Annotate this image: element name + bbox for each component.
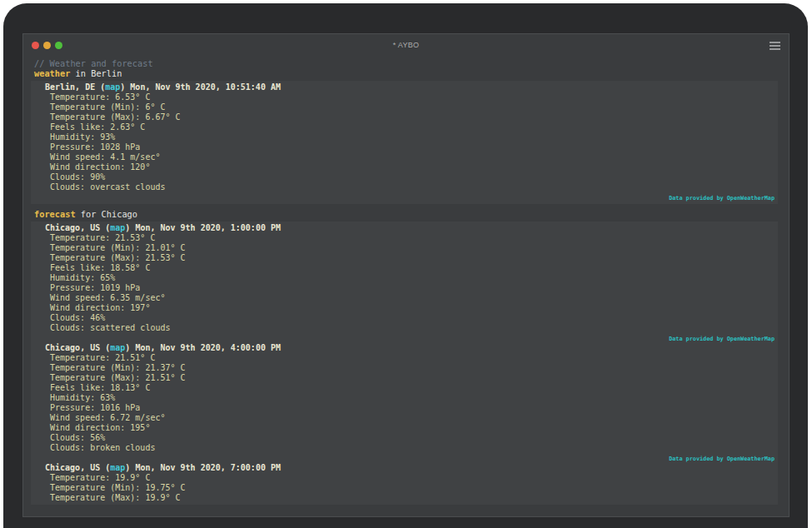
command-args: in Berlin	[70, 68, 122, 78]
weather-detail: Feels like: 18.58° C	[31, 263, 778, 273]
weather-result-card: Berlin, DE (map) Mon, Nov 9th 2020, 10:5…	[31, 81, 778, 204]
map-link[interactable]: map	[110, 463, 125, 472]
forecast-entry: Chicago, US (map) Mon, Nov 9th 2020, 4:0…	[31, 343, 778, 463]
command-line-weather: weather in Berlin	[23, 68, 789, 78]
weather-detail: Wind speed: 6.35 m/sec°	[31, 293, 778, 303]
weather-detail: Temperature (Min): 19.75° C	[31, 483, 778, 493]
weather-detail: Pressure: 1028 hPa	[31, 142, 778, 152]
app-window: * AYBO // Weather and forecast weather i…	[22, 33, 790, 517]
weather-detail: Humidity: 65%	[31, 273, 778, 283]
weather-detail: Temperature (Max): 6.67° C	[31, 112, 778, 122]
attribution-link[interactable]: Data provided by OpenWeatherMap	[669, 456, 775, 462]
forecast-result-card: Chicago, US (map) Mon, Nov 9th 2020, 1:0…	[31, 222, 778, 505]
weather-detail: Temperature (Max): 19.9° C	[31, 493, 778, 503]
result-header: Chicago, US (map) Mon, Nov 9th 2020, 7:0…	[31, 463, 778, 473]
command-line-forecast: forecast for Chicago	[23, 209, 789, 219]
command-keyword: weather	[34, 68, 70, 78]
map-link[interactable]: map	[110, 343, 125, 352]
weather-detail: Temperature (Min): 21.37° C	[31, 363, 778, 373]
forecast-entry: Chicago, US (map) Mon, Nov 9th 2020, 1:0…	[31, 223, 778, 343]
weather-detail: Clouds: 56%	[31, 433, 778, 443]
attribution-line: Data provided by OpenWeatherMap	[31, 453, 778, 463]
command-keyword: forecast	[34, 209, 76, 219]
command-args: for Chicago	[76, 209, 137, 219]
weather-detail: Wind direction: 197°	[31, 303, 778, 313]
close-button[interactable]	[32, 42, 39, 49]
result-header: Chicago, US (map) Mon, Nov 9th 2020, 4:0…	[31, 343, 778, 353]
datetime-text: ) Mon, Nov 9th 2020, 7:00:00 PM	[125, 463, 281, 472]
traffic-lights	[32, 42, 62, 49]
zoom-button[interactable]	[55, 42, 62, 49]
window-title: * AYBO	[23, 34, 789, 56]
datetime-text: ) Mon, Nov 9th 2020, 1:00:00 PM	[125, 223, 281, 232]
weather-detail: Clouds: 90%	[31, 172, 778, 182]
datetime-text: ) Mon, Nov 9th 2020, 10:51:40 AM	[120, 82, 281, 92]
weather-detail: Clouds: overcast clouds	[31, 182, 778, 192]
weather-detail: Temperature: 6.53° C	[31, 92, 778, 102]
weather-detail: Temperature (Min): 6° C	[31, 102, 778, 112]
location-text: Chicago, US (	[45, 463, 110, 472]
comment-line: // Weather and forecast	[23, 58, 789, 68]
map-link[interactable]: map	[105, 82, 120, 92]
attribution-line: Data provided by OpenWeatherMap	[31, 333, 778, 343]
weather-detail: Wind direction: 120°	[31, 162, 778, 172]
device-frame: * AYBO // Weather and forecast weather i…	[3, 3, 808, 528]
weather-detail: Feels like: 18.13° C	[31, 383, 778, 393]
weather-detail: Wind speed: 4.1 m/sec°	[31, 152, 778, 162]
location-text: Chicago, US (	[45, 223, 110, 232]
weather-detail: Clouds: 46%	[31, 313, 778, 323]
weather-detail: Humidity: 93%	[31, 132, 778, 142]
map-link[interactable]: map	[110, 223, 125, 232]
result-header: Chicago, US (map) Mon, Nov 9th 2020, 1:0…	[31, 223, 778, 233]
weather-detail: Feels like: 2.63° C	[31, 122, 778, 132]
weather-detail: Temperature: 21.51° C	[31, 353, 778, 363]
weather-detail: Clouds: broken clouds	[31, 443, 778, 453]
weather-detail: Wind speed: 6.72 m/sec°	[31, 413, 778, 423]
location-text: Berlin, DE (	[45, 82, 105, 92]
weather-detail: Wind direction: 195°	[31, 423, 778, 433]
weather-detail: Temperature (Min): 21.01° C	[31, 243, 778, 253]
datetime-text: ) Mon, Nov 9th 2020, 4:00:00 PM	[125, 343, 281, 352]
weather-detail: Pressure: 1019 hPa	[31, 283, 778, 293]
attribution-link[interactable]: Data provided by OpenWeatherMap	[669, 195, 775, 202]
result-header: Berlin, DE (map) Mon, Nov 9th 2020, 10:5…	[31, 82, 778, 92]
weather-detail: Temperature (Max): 21.53° C	[31, 253, 778, 263]
minimize-button[interactable]	[43, 42, 51, 49]
forecast-entry: Chicago, US (map) Mon, Nov 9th 2020, 7:0…	[31, 463, 778, 503]
attribution-link[interactable]: Data provided by OpenWeatherMap	[669, 336, 775, 342]
titlebar: * AYBO	[23, 34, 789, 56]
weather-detail: Clouds: scattered clouds	[31, 323, 778, 333]
weather-detail: Humidity: 63%	[31, 393, 778, 403]
weather-detail: Pressure: 1016 hPa	[31, 403, 778, 413]
terminal-content: // Weather and forecast weather in Berli…	[23, 56, 789, 505]
hamburger-menu-icon[interactable]	[770, 42, 780, 50]
weather-detail: Temperature: 19.9° C	[31, 473, 778, 483]
attribution-line: Data provided by OpenWeatherMap	[31, 192, 778, 202]
weather-detail: Temperature: 21.53° C	[31, 233, 778, 243]
weather-detail: Temperature (Max): 21.51° C	[31, 373, 778, 383]
location-text: Chicago, US (	[45, 343, 110, 352]
